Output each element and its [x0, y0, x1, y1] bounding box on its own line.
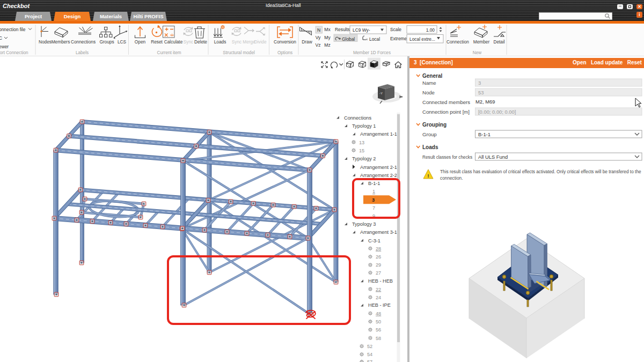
svg-text:Open: Open — [135, 39, 146, 45]
svg-text:26: 26 — [376, 254, 381, 260]
svg-text:53: 53 — [478, 90, 484, 95]
svg-text:Connected members: Connected members — [422, 99, 470, 105]
svg-text:Current item: Current item — [157, 50, 181, 55]
svg-text:3: 3 — [478, 80, 481, 86]
svg-text:54: 54 — [367, 352, 372, 357]
svg-text:Labels: Labels — [76, 50, 89, 55]
svg-text:B-1-1: B-1-1 — [478, 131, 491, 137]
svg-text:27: 27 — [376, 270, 381, 276]
svg-text:Arrangement 3-1: Arrangement 3-1 — [360, 230, 397, 235]
svg-text:22: 22 — [376, 287, 381, 292]
svg-text:Mx: Mx — [324, 27, 331, 32]
svg-text:Typology 3: Typology 3 — [352, 221, 376, 227]
svg-text:ort Connection: ort Connection — [0, 50, 28, 55]
svg-text:Vz: Vz — [315, 42, 320, 48]
svg-text:Conversion: Conversion — [274, 39, 296, 45]
svg-text:15: 15 — [359, 148, 364, 153]
svg-text:Grouping: Grouping — [422, 122, 447, 128]
svg-text:Groups: Groups — [99, 39, 114, 45]
svg-text:Local extre...: Local extre... — [409, 36, 435, 42]
svg-text:Typology 2: Typology 2 — [352, 156, 376, 161]
svg-text:This result class has evaluati: This result class has evaluation of crit… — [440, 169, 641, 174]
svg-text:[0.00; 0.00; 0.00]: [0.00; 0.00; 0.00] — [478, 109, 516, 115]
svg-text:Typology 1: Typology 1 — [352, 123, 376, 129]
svg-text:48: 48 — [376, 311, 381, 316]
svg-text:Loads: Loads — [422, 144, 438, 150]
svg-text:-Y: -Y — [379, 92, 383, 95]
svg-text:Connections: Connections — [344, 115, 371, 121]
svg-text:Connection: Connection — [447, 39, 469, 45]
svg-text:57: 57 — [367, 359, 372, 362]
svg-text:HEB - IPE: HEB - IPE — [368, 302, 391, 308]
svg-text:onnection file: onnection file — [0, 27, 26, 32]
svg-text:Result classes for checks: Result classes for checks — [422, 154, 472, 160]
svg-text:Local: Local — [369, 36, 380, 42]
svg-text:Member 1D Forces: Member 1D Forces — [353, 50, 391, 55]
svg-text:Arrangement 2-2: Arrangement 2-2 — [360, 173, 397, 178]
svg-text:29: 29 — [376, 262, 381, 268]
svg-text:My: My — [324, 35, 331, 40]
svg-text:Reset: Reset — [151, 39, 163, 45]
svg-text:Name: Name — [422, 80, 436, 86]
svg-text:52: 52 — [367, 344, 372, 349]
svg-text:13: 13 — [359, 140, 364, 145]
svg-text:Global: Global — [342, 36, 355, 42]
svg-text:M2, M69: M2, M69 — [475, 99, 495, 105]
svg-text:Mz: Mz — [324, 42, 330, 48]
svg-text:New: New — [473, 50, 481, 55]
svg-text:Sync: Sync — [184, 39, 193, 45]
svg-text:Connection point [m]: Connection point [m] — [422, 109, 470, 115]
svg-text:28: 28 — [376, 246, 381, 252]
svg-text:LCS: LCS — [118, 39, 127, 45]
svg-text:24: 24 — [376, 295, 381, 300]
svg-text:Vy: Vy — [316, 35, 321, 40]
svg-text:Nodes: Nodes — [39, 39, 52, 45]
svg-text:General: General — [422, 73, 442, 79]
svg-text:C-3-1: C-3-1 — [368, 238, 380, 243]
svg-text:56: 56 — [376, 327, 381, 333]
svg-text:HEB - HEB: HEB - HEB — [368, 278, 393, 284]
svg-text:Structural model: Structural model — [223, 50, 255, 55]
svg-text:Delete: Delete — [194, 39, 207, 45]
svg-text:Calculate: Calculate — [164, 39, 183, 45]
svg-text:N: N — [317, 27, 320, 33]
svg-text:Members: Members — [52, 39, 70, 45]
svg-text:50: 50 — [376, 319, 381, 324]
svg-text:Sync: Sync — [232, 39, 241, 45]
svg-text:ewer: ewer — [0, 44, 9, 49]
svg-text:C: C — [0, 35, 2, 41]
svg-text:Draw: Draw — [302, 39, 312, 45]
svg-text:Node: Node — [422, 90, 435, 95]
svg-text:connection.: connection. — [440, 175, 463, 181]
svg-text:All ULS Fund: All ULS Fund — [478, 154, 508, 160]
svg-text:Results: Results — [335, 27, 350, 32]
svg-text:Extreme: Extreme — [390, 36, 407, 41]
svg-text:Options: Options — [277, 50, 292, 55]
svg-text:LC9 Wy-: LC9 Wy- — [353, 27, 370, 33]
svg-text:Arrangement 2-1: Arrangement 2-1 — [360, 165, 397, 170]
svg-text:Arrangement 1-1: Arrangement 1-1 — [360, 131, 397, 137]
svg-text:Connections: Connections — [71, 39, 96, 45]
svg-text:Group: Group — [422, 131, 437, 137]
svg-text:!: ! — [428, 173, 429, 179]
svg-text:Detail: Detail — [493, 39, 504, 45]
svg-text:Member: Member — [473, 39, 490, 45]
svg-text:1.00: 1.00 — [426, 27, 435, 33]
svg-text:Loads: Loads — [214, 39, 226, 45]
svg-text:Scale: Scale — [390, 27, 401, 32]
svg-text:Divide: Divide — [254, 39, 266, 45]
svg-text:58: 58 — [376, 336, 381, 341]
